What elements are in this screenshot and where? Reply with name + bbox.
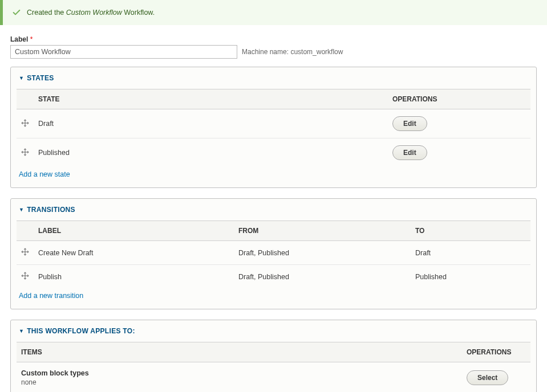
transition-to: Published <box>411 265 530 289</box>
applies-table: Items Operations Custom block types none… <box>17 342 530 392</box>
transition-to: Draft <box>411 241 530 265</box>
drag-handle[interactable] <box>17 241 34 265</box>
transitions-col-label: Label <box>34 221 234 241</box>
transitions-panel-heading[interactable]: ▼ Transitions <box>11 199 536 220</box>
required-indicator: * <box>30 35 33 43</box>
table-row: Create New Draft Draft, Published Draft <box>17 241 530 265</box>
states-table: State Operations Draft Edit Published <box>17 89 530 167</box>
select-button[interactable]: Select <box>467 370 508 385</box>
transitions-panel: ▼ Transitions Label From To Create New D… <box>10 198 537 309</box>
caret-down-icon: ▼ <box>19 328 24 334</box>
states-panel-title: States <box>27 74 54 82</box>
transition-label: Publish <box>34 265 234 289</box>
caret-down-icon: ▼ <box>19 207 24 213</box>
drag-handle[interactable] <box>17 138 34 168</box>
add-transition-link[interactable]: Add a new transition <box>17 288 86 302</box>
transition-from: Draft, Published <box>234 265 411 289</box>
applies-item-none: none <box>21 378 457 386</box>
transition-label: Create New Draft <box>34 241 234 265</box>
edit-button[interactable]: Edit <box>392 116 427 131</box>
move-icon <box>21 248 29 256</box>
label-form-row: Label * Machine name: custom_workflow <box>10 35 537 59</box>
applies-col-operations: Operations <box>462 342 530 362</box>
states-col-state: State <box>34 89 388 109</box>
table-row: Publish Draft, Published Published <box>17 265 530 289</box>
table-row: Custom block types none Select <box>17 362 530 393</box>
table-row: Published Edit <box>17 138 530 168</box>
transition-from: Draft, Published <box>234 241 411 265</box>
move-icon <box>21 119 29 127</box>
machine-name-text: Machine name: custom_workflow <box>242 48 343 56</box>
state-name: Draft <box>34 109 388 138</box>
transitions-table: Label From To Create New Draft Draft, Pu… <box>17 220 530 288</box>
applies-panel: ▼ This workflow applies to: Items Operat… <box>10 320 537 392</box>
states-col-operations: Operations <box>388 89 530 109</box>
add-state-link[interactable]: Add a new state <box>17 167 72 181</box>
states-panel: ▼ States State Operations Draft Edit <box>10 67 537 188</box>
applies-panel-heading[interactable]: ▼ This workflow applies to: <box>11 320 536 342</box>
move-icon <box>21 148 29 156</box>
table-row: Draft Edit <box>17 109 530 138</box>
drag-handle[interactable] <box>17 265 34 289</box>
transitions-col-from: From <box>234 221 411 241</box>
edit-button[interactable]: Edit <box>392 145 427 160</box>
move-icon <box>21 272 29 280</box>
label-field-label: Label * <box>10 35 537 43</box>
check-icon <box>12 8 21 17</box>
applies-col-items: Items <box>17 342 462 362</box>
state-name: Published <box>34 138 388 168</box>
label-input[interactable] <box>10 45 237 59</box>
status-message: Created the Custom Workflow Workflow. <box>0 0 547 25</box>
transitions-panel-title: Transitions <box>27 206 75 214</box>
transitions-col-to: To <box>411 221 530 241</box>
caret-down-icon: ▼ <box>19 75 24 81</box>
states-panel-heading[interactable]: ▼ States <box>11 67 536 89</box>
applies-item-name: Custom block types <box>21 369 457 377</box>
applies-panel-title: This workflow applies to: <box>27 327 135 335</box>
status-text: Created the Custom Workflow Workflow. <box>27 9 155 17</box>
drag-handle[interactable] <box>17 109 34 138</box>
